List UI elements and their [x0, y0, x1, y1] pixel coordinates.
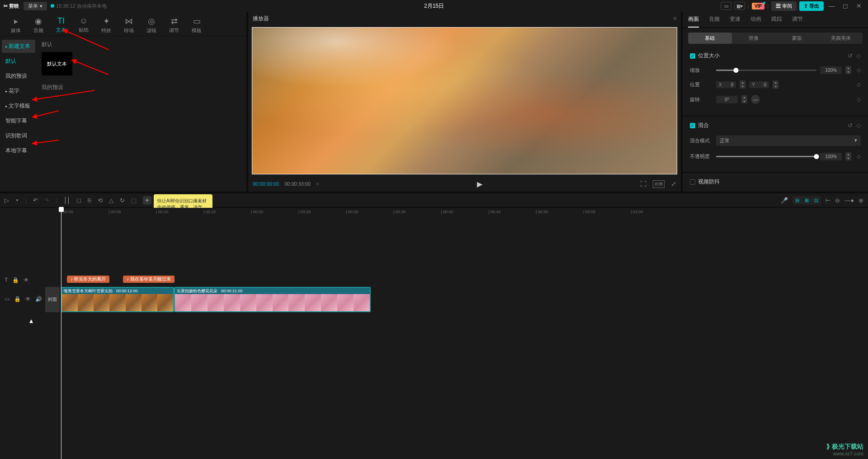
rotation-reset[interactable]: — — [751, 95, 760, 104]
property-tabs: 画面音频变速动画跟踪调节 — [683, 12, 868, 28]
minimize-button[interactable]: — — [826, 0, 837, 11]
video-clip[interactable]: 实景拍摄粉色樱花花朵00:00:21:00 — [174, 287, 371, 312]
rp-subtab-基础[interactable]: 基础 — [688, 33, 732, 44]
rp-tab-动画[interactable]: 动画 — [750, 15, 761, 28]
left-panel: ▸媒体◉音频TI文本☺贴纸✦特效⋈转场◎滤镜⇄调节▭模板 ▸新建文本默认我的预设… — [0, 12, 246, 192]
sidebar-新建文本[interactable]: ▸新建文本 — [2, 40, 35, 53]
crop2-tool[interactable]: ⬚ — [131, 197, 137, 204]
magnet-1[interactable]: ⊟ — [793, 196, 802, 205]
playhead[interactable] — [61, 208, 61, 459]
blend-mode-select[interactable]: 正常▾ — [716, 136, 861, 146]
app-logo: ✂ 剪映 — [4, 3, 19, 9]
undo-button[interactable]: ↶ — [33, 197, 38, 204]
scale-slider[interactable] — [716, 70, 816, 71]
possize-checkbox[interactable]: ✓ — [690, 53, 695, 59]
list-icon[interactable]: ≡ — [316, 181, 319, 187]
tab-转场[interactable]: ⋈转场 — [118, 14, 140, 36]
time-ruler[interactable]: | 00:00| 00:05| 00:10| 00:15| 00:20| 00:… — [0, 208, 868, 217]
stabilize-header: 视频防抖 — [690, 178, 861, 186]
text-clip[interactable]: ♪ 听见冬天的离开 — [67, 276, 109, 283]
text-clip[interactable]: ♪ 我在某年某月醒过来 — [123, 276, 175, 283]
play-button[interactable]: ▶ — [477, 180, 482, 188]
player-viewport[interactable] — [252, 27, 677, 174]
watermark: ⟫ 极光下载站 www.xz7.com — [826, 443, 863, 456]
rp-tab-画面[interactable]: 画面 — [688, 15, 699, 28]
sidebar-默认[interactable]: 默认 — [2, 55, 35, 68]
reset-icon[interactable]: ↺ — [848, 52, 853, 59]
reverse-tool[interactable]: ⟲ — [98, 197, 103, 204]
sidebar-本地字幕[interactable]: 本地字幕 — [2, 144, 35, 157]
pointer-dropdown[interactable]: ▼ — [15, 198, 19, 202]
tab-音频[interactable]: ◉音频 — [27, 14, 50, 36]
x-input[interactable]: X0 — [716, 81, 736, 88]
sidebar-花字[interactable]: ▸花字 — [2, 84, 35, 98]
timeline[interactable]: | 00:00| 00:05| 00:10| 00:15| 00:20| 00:… — [0, 208, 868, 459]
text-sidebar: ▸新建文本默认我的预设▸花字▸文字模板智能字幕识别歌词本地字幕 — [0, 36, 37, 192]
position-size-header: ✓ 位置大小 ↺◇ — [690, 52, 861, 60]
layout-icon-2[interactable]: ▦▾ — [734, 2, 745, 10]
magnet-2[interactable]: ⊞ — [802, 196, 811, 205]
y-input[interactable]: Y0 — [749, 81, 769, 88]
redo-button[interactable]: ↷ — [44, 197, 49, 204]
rotate-tool[interactable]: ↻ — [120, 197, 125, 204]
close-button[interactable]: ✕ — [854, 0, 864, 11]
rp-tab-音频[interactable]: 音频 — [709, 15, 720, 28]
scan-icon[interactable]: ⛶ — [640, 180, 646, 188]
review-button[interactable]: ☰ 审阅 — [771, 1, 797, 11]
tab-文本[interactable]: TI文本 — [50, 14, 72, 36]
opacity-value[interactable]: 100% — [820, 153, 842, 160]
smart-tool[interactable]: ✦ — [143, 196, 151, 205]
mic-icon[interactable]: 🎤 — [781, 197, 788, 204]
zoom-out-icon[interactable]: ⊖ — [835, 197, 840, 204]
rp-tab-变速[interactable]: 变速 — [730, 15, 741, 28]
tab-特效[interactable]: ✦特效 — [95, 14, 118, 36]
rotation-value[interactable]: 0° — [716, 96, 738, 103]
split-tool[interactable]: ⎮⎮ — [64, 197, 70, 204]
section-mypresets: 我的预设 — [42, 84, 242, 91]
property-subtabs: 基础抠像蒙版美颜美体 — [688, 33, 863, 44]
sidebar-我的预设[interactable]: 我的预设 — [2, 70, 35, 83]
sidebar-识别歌词[interactable]: 识别歌词 — [2, 129, 35, 142]
player-menu-icon[interactable]: ≡ — [673, 15, 676, 22]
blend-header: ✓ 混合 ↺◇ — [690, 122, 861, 129]
tab-媒体[interactable]: ▸媒体 — [5, 14, 27, 36]
rp-tab-跟踪[interactable]: 跟踪 — [771, 15, 782, 28]
menu-button[interactable]: 菜单 ▾ — [24, 2, 47, 10]
tab-滤镜[interactable]: ◎滤镜 — [140, 14, 163, 36]
rp-subtab-蒙版[interactable]: 蒙版 — [775, 33, 819, 44]
export-button[interactable]: ⇪ 导出 — [799, 1, 824, 11]
cover-button[interactable]: 封面 — [45, 287, 60, 312]
autosave-status: 15:36:12 自动保存本地 — [51, 3, 107, 9]
rp-subtab-抠像[interactable]: 抠像 — [732, 33, 776, 44]
media-tabs: ▸媒体◉音频TI文本☺贴纸✦特效⋈转场◎滤镜⇄调节▭模板 — [0, 12, 246, 36]
tab-模板[interactable]: ▭模板 — [185, 14, 208, 36]
fullscreen-icon[interactable]: ⤢ — [671, 180, 676, 188]
rp-subtab-美颜美体[interactable]: 美颜美体 — [819, 33, 863, 44]
stabilize-checkbox[interactable] — [690, 179, 695, 185]
ratio-icon[interactable]: 比例 — [653, 180, 665, 188]
vip-badge[interactable]: VIP — [752, 3, 764, 9]
copy-tool[interactable]: ⎘ — [88, 197, 91, 204]
keyframe-icon[interactable]: ◇ — [856, 52, 861, 59]
zoom-slider[interactable]: —● — [844, 197, 854, 204]
magnet-3[interactable]: ⊡ — [811, 196, 821, 205]
zoom-fit-icon[interactable]: ⊕ — [859, 197, 863, 204]
mirror-tool[interactable]: △ — [109, 197, 113, 204]
crop-tool[interactable]: ◻ — [76, 197, 81, 204]
time-current: 00:00:00:00 — [253, 181, 279, 187]
sidebar-文字模板[interactable]: ▸文字模板 — [2, 99, 35, 112]
align-icon[interactable]: ⊢ — [826, 197, 830, 204]
layout-icon-1[interactable]: ▭ — [721, 2, 731, 10]
scale-value[interactable]: 100% — [820, 66, 842, 74]
sidebar-智能字幕[interactable]: 智能字幕 — [2, 114, 35, 127]
tab-调节[interactable]: ⇄调节 — [163, 14, 185, 36]
rp-tab-调节[interactable]: 调节 — [792, 15, 803, 28]
time-total: 00:00:33:00 — [284, 181, 311, 187]
blend-checkbox[interactable]: ✓ — [690, 123, 695, 128]
maximize-button[interactable]: ◻ — [840, 0, 851, 11]
video-clip[interactable]: 唯美雪景冬天树叶雪景实拍00:00:12:00 — [61, 287, 174, 312]
tab-贴纸[interactable]: ☺贴纸 — [72, 14, 95, 36]
pointer-tool[interactable]: ▷ — [5, 197, 9, 204]
opacity-slider[interactable] — [716, 156, 816, 157]
default-text-preset[interactable]: 默认文本 — [42, 52, 72, 75]
